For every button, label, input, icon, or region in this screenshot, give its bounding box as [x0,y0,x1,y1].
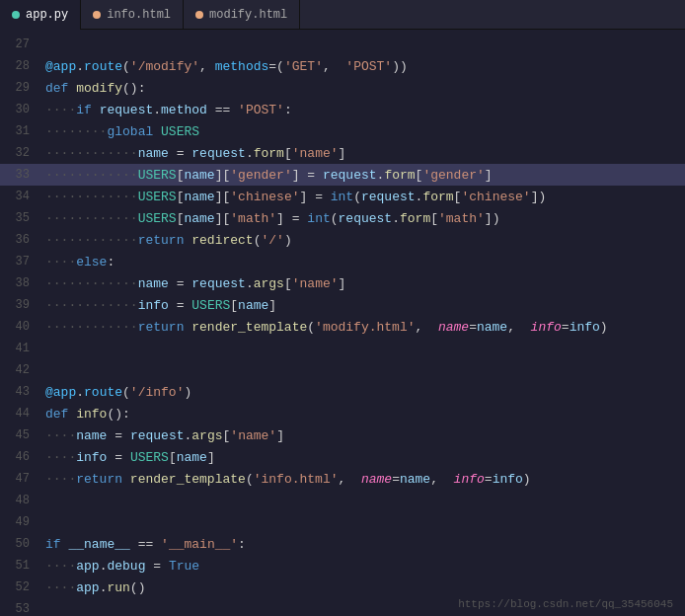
code-line-31: 31········global USERS [0,120,685,142]
line-number: 30 [0,103,41,116]
code-line-30: 30····if request.method == 'POST': [0,99,685,120]
code-line-47: 47····return render_template('info.html'… [0,468,685,490]
line-code: ····info = USERS[name] [41,450,685,465]
code-line-49: 49 [0,511,685,533]
line-code: ····return render_template('info.html', … [41,472,685,487]
line-code: def modify(): [41,81,685,96]
line-number: 44 [0,407,41,421]
line-code: ····app.run() [41,580,685,595]
code-area: 2728@app.route('/modify', methods=('GET'… [0,30,685,616]
line-code: ············USERS[name]['chinese'] = int… [41,190,685,204]
line-number: 41 [0,342,41,355]
code-line-51: 51····app.debug = True [0,555,685,577]
line-code: ········global USERS [41,124,685,139]
code-line-46: 46····info = USERS[name] [0,446,685,468]
line-code: ············name = request.form['name'] [41,146,685,161]
line-number: 34 [0,190,41,203]
line-number: 45 [0,428,41,442]
line-number: 39 [0,298,41,312]
line-number: 40 [0,320,41,334]
code-line-42: 42 [0,359,685,381]
line-code: def info(): [41,407,685,422]
line-number: 36 [0,233,41,247]
code-line-33: 33············USERS[name]['gender'] = re… [0,164,685,186]
line-code: ············name = request.args['name'] [41,276,685,291]
line-number: 38 [0,276,41,290]
line-number: 50 [0,537,41,551]
line-number: 33 [0,168,41,182]
code-line-39: 39············info = USERS[name] [0,294,685,316]
line-code: ············USERS[name]['math'] = int(re… [41,211,685,226]
tab-label-modify-html: modify.html [209,8,287,22]
code-line-43: 43@app.route('/info') [0,381,685,403]
line-number: 32 [0,146,41,160]
line-number: 52 [0,580,41,594]
tab-dot-info-html [93,11,101,19]
line-code: if __name__ == '__main__': [41,537,685,552]
line-number: 51 [0,559,41,573]
line-number: 37 [0,255,41,269]
line-code: ····name = request.args['name'] [41,428,685,443]
tab-modify-html[interactable]: modify.html [184,0,300,30]
code-line-27: 27 [0,34,685,55]
line-code: ····if request.method == 'POST': [41,103,685,117]
line-number: 31 [0,124,41,138]
code-line-29: 29def modify(): [0,77,685,99]
line-number: 43 [0,385,41,399]
code-line-35: 35············USERS[name]['math'] = int(… [0,207,685,229]
tab-label-app-py: app.py [26,8,68,22]
line-code: ············info = USERS[name] [41,298,685,313]
code-line-44: 44def info(): [0,403,685,424]
code-line-38: 38············name = request.args['name'… [0,272,685,294]
tab-bar: app.py info.html modify.html [0,0,685,30]
line-number: 53 [0,602,41,616]
tab-dot-py [12,11,20,19]
line-number: 49 [0,515,41,529]
tab-info-html[interactable]: info.html [81,0,184,30]
tab-label-info-html: info.html [107,8,171,22]
code-line-45: 45····name = request.args['name'] [0,424,685,446]
code-line-48: 48 [0,490,685,511]
code-line-50: 50if __name__ == '__main__': [0,533,685,555]
line-number: 48 [0,494,41,507]
code-line-37: 37····else: [0,251,685,272]
line-number: 46 [0,450,41,464]
line-number: 27 [0,38,41,51]
url-label: https://blog.csdn.net/qq_35456045 [458,598,673,610]
line-code: @app.route('/modify', methods=('GET', 'P… [41,59,685,74]
line-number: 47 [0,472,41,486]
code-line-36: 36············return redirect('/') [0,229,685,251]
line-number: 42 [0,363,41,377]
line-code: @app.route('/info') [41,385,685,400]
code-line-41: 41 [0,338,685,359]
code-line-40: 40············return render_template('mo… [0,316,685,338]
code-line-32: 32············name = request.form['name'… [0,142,685,164]
line-number: 29 [0,81,41,95]
line-number: 28 [0,59,41,73]
line-code: ············return redirect('/') [41,233,685,248]
line-number: 35 [0,211,41,225]
tab-app-py[interactable]: app.py [0,0,81,30]
line-code: ····app.debug = True [41,559,685,574]
line-code: ····else: [41,255,685,270]
code-line-28: 28@app.route('/modify', methods=('GET', … [0,55,685,77]
tab-dot-modify-html [195,11,203,19]
code-content: 2728@app.route('/modify', methods=('GET'… [0,30,685,616]
line-code: ············return render_template('modi… [41,320,685,335]
line-code: ············USERS[name]['gender'] = requ… [41,168,685,183]
code-line-34: 34············USERS[name]['chinese'] = i… [0,186,685,207]
code-line-52: 52····app.run() [0,577,685,598]
